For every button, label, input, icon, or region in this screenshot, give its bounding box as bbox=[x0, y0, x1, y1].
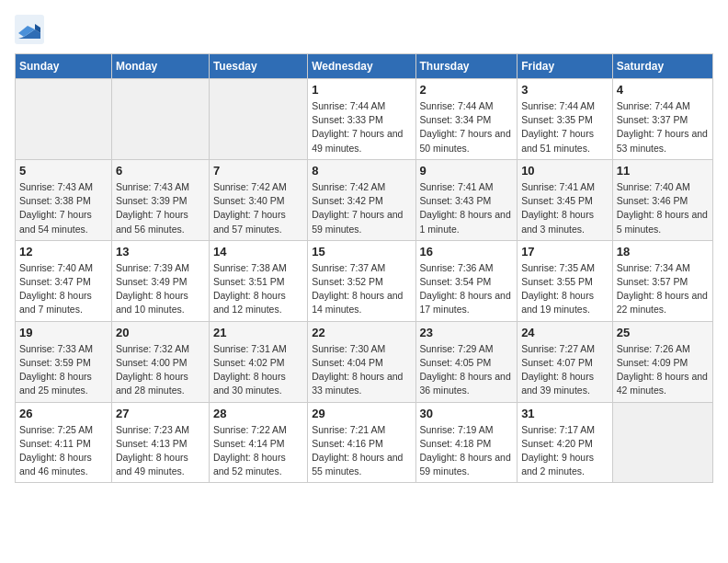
day-info: Sunrise: 7:43 AM Sunset: 3:39 PM Dayligh… bbox=[116, 180, 205, 236]
day-number: 7 bbox=[213, 164, 303, 178]
col-header-thursday: Thursday bbox=[415, 54, 518, 79]
day-info: Sunrise: 7:34 AM Sunset: 3:57 PM Dayligh… bbox=[617, 261, 709, 317]
day-cell: 26Sunrise: 7:25 AM Sunset: 4:11 PM Dayli… bbox=[16, 402, 112, 483]
day-cell: 29Sunrise: 7:21 AM Sunset: 4:16 PM Dayli… bbox=[308, 402, 415, 483]
day-cell: 14Sunrise: 7:38 AM Sunset: 3:51 PM Dayli… bbox=[209, 240, 307, 321]
logo bbox=[15, 15, 48, 44]
page-header bbox=[15, 15, 713, 44]
day-info: Sunrise: 7:30 AM Sunset: 4:04 PM Dayligh… bbox=[312, 342, 411, 398]
day-cell: 13Sunrise: 7:39 AM Sunset: 3:49 PM Dayli… bbox=[111, 240, 209, 321]
day-info: Sunrise: 7:44 AM Sunset: 3:34 PM Dayligh… bbox=[420, 99, 514, 155]
day-number: 31 bbox=[521, 407, 609, 420]
day-info: Sunrise: 7:35 AM Sunset: 3:55 PM Dayligh… bbox=[521, 261, 609, 317]
day-cell: 8Sunrise: 7:42 AM Sunset: 3:42 PM Daylig… bbox=[308, 159, 415, 240]
day-cell: 16Sunrise: 7:36 AM Sunset: 3:54 PM Dayli… bbox=[415, 240, 518, 321]
day-cell: 20Sunrise: 7:32 AM Sunset: 4:00 PM Dayli… bbox=[111, 321, 209, 402]
day-info: Sunrise: 7:26 AM Sunset: 4:09 PM Dayligh… bbox=[617, 342, 709, 398]
day-cell: 1Sunrise: 7:44 AM Sunset: 3:33 PM Daylig… bbox=[308, 79, 415, 160]
day-number: 15 bbox=[312, 245, 411, 259]
col-header-saturday: Saturday bbox=[612, 54, 712, 79]
day-info: Sunrise: 7:19 AM Sunset: 4:18 PM Dayligh… bbox=[420, 423, 514, 479]
day-number: 2 bbox=[420, 83, 514, 97]
day-number: 6 bbox=[116, 164, 205, 178]
day-info: Sunrise: 7:41 AM Sunset: 3:45 PM Dayligh… bbox=[521, 180, 609, 236]
day-cell bbox=[612, 402, 712, 483]
day-number: 13 bbox=[116, 245, 205, 259]
col-header-sunday: Sunday bbox=[16, 54, 112, 79]
day-cell: 31Sunrise: 7:17 AM Sunset: 4:20 PM Dayli… bbox=[518, 402, 613, 483]
day-number: 28 bbox=[213, 407, 303, 420]
day-number: 30 bbox=[420, 407, 514, 420]
day-number: 5 bbox=[19, 164, 108, 178]
day-cell: 4Sunrise: 7:44 AM Sunset: 3:37 PM Daylig… bbox=[612, 79, 712, 160]
day-info: Sunrise: 7:29 AM Sunset: 4:05 PM Dayligh… bbox=[420, 342, 514, 398]
day-info: Sunrise: 7:40 AM Sunset: 3:46 PM Dayligh… bbox=[617, 180, 709, 236]
day-number: 1 bbox=[312, 83, 411, 97]
day-info: Sunrise: 7:32 AM Sunset: 4:00 PM Dayligh… bbox=[116, 342, 205, 398]
day-info: Sunrise: 7:27 AM Sunset: 4:07 PM Dayligh… bbox=[521, 342, 609, 398]
week-row-1: 1Sunrise: 7:44 AM Sunset: 3:33 PM Daylig… bbox=[16, 79, 713, 160]
day-cell: 5Sunrise: 7:43 AM Sunset: 3:38 PM Daylig… bbox=[16, 159, 112, 240]
day-number: 27 bbox=[116, 407, 205, 420]
day-info: Sunrise: 7:44 AM Sunset: 3:37 PM Dayligh… bbox=[617, 99, 709, 155]
day-info: Sunrise: 7:22 AM Sunset: 4:14 PM Dayligh… bbox=[213, 423, 303, 479]
col-header-wednesday: Wednesday bbox=[308, 54, 415, 79]
day-cell: 3Sunrise: 7:44 AM Sunset: 3:35 PM Daylig… bbox=[518, 79, 613, 160]
day-info: Sunrise: 7:42 AM Sunset: 3:42 PM Dayligh… bbox=[312, 180, 411, 236]
week-row-2: 5Sunrise: 7:43 AM Sunset: 3:38 PM Daylig… bbox=[16, 159, 713, 240]
day-number: 21 bbox=[213, 326, 303, 339]
col-header-tuesday: Tuesday bbox=[209, 54, 307, 79]
day-info: Sunrise: 7:23 AM Sunset: 4:13 PM Dayligh… bbox=[116, 423, 205, 479]
day-cell bbox=[209, 79, 307, 160]
day-cell: 23Sunrise: 7:29 AM Sunset: 4:05 PM Dayli… bbox=[415, 321, 518, 402]
logo-icon bbox=[15, 15, 44, 44]
day-cell bbox=[111, 79, 209, 160]
day-cell: 15Sunrise: 7:37 AM Sunset: 3:52 PM Dayli… bbox=[308, 240, 415, 321]
day-info: Sunrise: 7:40 AM Sunset: 3:47 PM Dayligh… bbox=[19, 261, 108, 317]
day-cell: 27Sunrise: 7:23 AM Sunset: 4:13 PM Dayli… bbox=[111, 402, 209, 483]
day-number: 14 bbox=[213, 245, 303, 259]
day-number: 23 bbox=[420, 326, 514, 339]
day-cell: 18Sunrise: 7:34 AM Sunset: 3:57 PM Dayli… bbox=[612, 240, 712, 321]
day-number: 16 bbox=[420, 245, 514, 259]
day-cell: 6Sunrise: 7:43 AM Sunset: 3:39 PM Daylig… bbox=[111, 159, 209, 240]
day-info: Sunrise: 7:44 AM Sunset: 3:33 PM Dayligh… bbox=[312, 99, 411, 155]
day-number: 26 bbox=[19, 407, 108, 420]
week-row-5: 26Sunrise: 7:25 AM Sunset: 4:11 PM Dayli… bbox=[16, 402, 713, 483]
day-number: 10 bbox=[521, 164, 609, 178]
day-cell: 7Sunrise: 7:42 AM Sunset: 3:40 PM Daylig… bbox=[209, 159, 307, 240]
day-info: Sunrise: 7:31 AM Sunset: 4:02 PM Dayligh… bbox=[213, 342, 303, 398]
day-number: 8 bbox=[312, 164, 411, 178]
day-info: Sunrise: 7:37 AM Sunset: 3:52 PM Dayligh… bbox=[312, 261, 411, 317]
day-number: 11 bbox=[617, 164, 709, 178]
calendar-table: SundayMondayTuesdayWednesdayThursdayFrid… bbox=[15, 53, 713, 483]
day-info: Sunrise: 7:25 AM Sunset: 4:11 PM Dayligh… bbox=[19, 423, 108, 479]
day-cell: 24Sunrise: 7:27 AM Sunset: 4:07 PM Dayli… bbox=[518, 321, 613, 402]
day-info: Sunrise: 7:17 AM Sunset: 4:20 PM Dayligh… bbox=[521, 423, 609, 479]
day-cell bbox=[16, 79, 112, 160]
day-number: 4 bbox=[617, 83, 709, 97]
day-info: Sunrise: 7:43 AM Sunset: 3:38 PM Dayligh… bbox=[19, 180, 108, 236]
day-info: Sunrise: 7:41 AM Sunset: 3:43 PM Dayligh… bbox=[420, 180, 514, 236]
day-info: Sunrise: 7:33 AM Sunset: 3:59 PM Dayligh… bbox=[19, 342, 108, 398]
day-number: 19 bbox=[19, 326, 108, 339]
day-number: 17 bbox=[521, 245, 609, 259]
day-number: 3 bbox=[521, 83, 609, 97]
day-cell: 11Sunrise: 7:40 AM Sunset: 3:46 PM Dayli… bbox=[612, 159, 712, 240]
col-header-monday: Monday bbox=[111, 54, 209, 79]
day-cell: 17Sunrise: 7:35 AM Sunset: 3:55 PM Dayli… bbox=[518, 240, 613, 321]
day-number: 18 bbox=[617, 245, 709, 259]
day-number: 24 bbox=[521, 326, 609, 339]
day-cell: 2Sunrise: 7:44 AM Sunset: 3:34 PM Daylig… bbox=[415, 79, 518, 160]
day-info: Sunrise: 7:38 AM Sunset: 3:51 PM Dayligh… bbox=[213, 261, 303, 317]
day-number: 12 bbox=[19, 245, 108, 259]
day-number: 25 bbox=[617, 326, 709, 339]
day-cell: 28Sunrise: 7:22 AM Sunset: 4:14 PM Dayli… bbox=[209, 402, 307, 483]
day-cell: 12Sunrise: 7:40 AM Sunset: 3:47 PM Dayli… bbox=[16, 240, 112, 321]
day-info: Sunrise: 7:42 AM Sunset: 3:40 PM Dayligh… bbox=[213, 180, 303, 236]
day-info: Sunrise: 7:21 AM Sunset: 4:16 PM Dayligh… bbox=[312, 423, 411, 479]
col-header-friday: Friday bbox=[518, 54, 613, 79]
day-cell: 9Sunrise: 7:41 AM Sunset: 3:43 PM Daylig… bbox=[415, 159, 518, 240]
day-info: Sunrise: 7:36 AM Sunset: 3:54 PM Dayligh… bbox=[420, 261, 514, 317]
day-number: 22 bbox=[312, 326, 411, 339]
